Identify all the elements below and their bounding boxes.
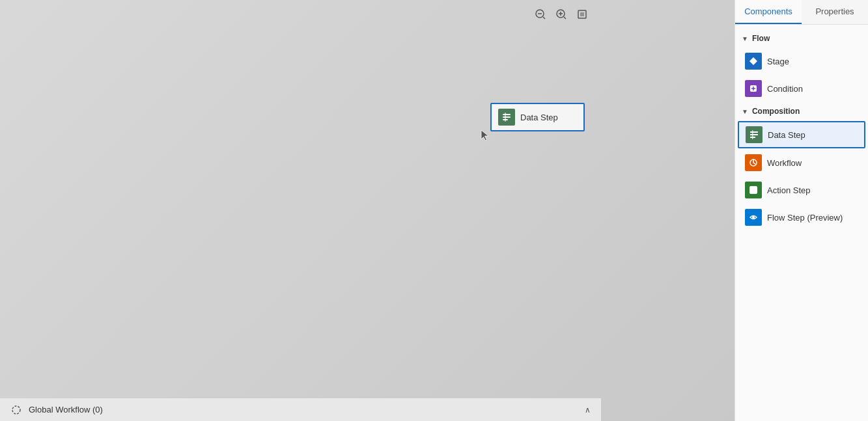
flow-step-label: Flow Step (Preview)	[767, 213, 843, 223]
sidebar-content: ▼ Flow Stage	[735, 25, 868, 421]
flow-section-arrow: ▼	[742, 35, 748, 42]
component-item-condition[interactable]: Condition	[738, 75, 865, 102]
condition-icon	[745, 80, 762, 97]
canvas-area[interactable]: Data Step Global Workflow (0) ∧	[0, 0, 735, 421]
stage-icon	[745, 53, 762, 70]
zoom-in-button[interactable]	[552, 5, 570, 23]
svg-point-13	[12, 406, 20, 414]
sidebar: Components Properties ▼ Flow Stage	[735, 0, 868, 421]
stage-label: Stage	[767, 57, 789, 66]
component-item-stage[interactable]: Stage	[738, 48, 865, 74]
svg-rect-8	[580, 12, 584, 16]
svg-line-2	[543, 17, 545, 19]
component-item-flow-step[interactable]: Flow Step (Preview)	[738, 204, 865, 230]
workflow-label: Workflow	[767, 158, 802, 168]
condition-label: Condition	[767, 84, 803, 94]
svg-line-6	[564, 17, 566, 19]
svg-rect-10	[503, 116, 511, 118]
flow-step-icon	[745, 209, 762, 226]
canvas-node-label: Data Step	[520, 113, 558, 122]
flow-section-label: Flow	[752, 34, 770, 43]
svg-point-23	[752, 216, 755, 219]
app-container: Data Step Global Workflow (0) ∧ Componen…	[0, 0, 868, 421]
component-item-data-step[interactable]: Data Step	[738, 121, 865, 148]
component-item-workflow[interactable]: Workflow	[738, 150, 865, 176]
section-header-flow: ▼ Flow	[735, 30, 868, 47]
zoom-out-button[interactable]	[531, 5, 550, 23]
bottom-bar-label: Global Workflow (0)	[29, 405, 578, 414]
canvas-node-icon	[498, 109, 515, 126]
composition-section-arrow: ▼	[742, 108, 748, 115]
composition-section-label: Composition	[752, 107, 800, 116]
component-item-action-step[interactable]: Action Step	[738, 177, 865, 203]
section-header-composition: ▼ Composition	[735, 103, 868, 120]
cursor	[480, 129, 490, 142]
svg-rect-9	[503, 114, 511, 115]
bottom-bar: Global Workflow (0) ∧	[0, 398, 601, 421]
data-step-label: Data Step	[768, 130, 805, 140]
svg-rect-12	[505, 113, 506, 122]
action-step-icon	[745, 182, 762, 198]
fit-view-button[interactable]	[573, 5, 591, 23]
workflow-comp-icon	[745, 154, 762, 171]
sidebar-tabs: Components Properties	[735, 0, 868, 25]
bottom-bar-chevron[interactable]: ∧	[585, 405, 591, 414]
action-step-label: Action Step	[767, 185, 811, 195]
tab-properties[interactable]: Properties	[802, 0, 868, 24]
canvas-data-step-node[interactable]: Data Step	[490, 103, 585, 131]
svg-rect-18	[750, 134, 758, 135]
svg-rect-17	[750, 131, 758, 133]
workflow-icon	[10, 404, 22, 416]
tab-components[interactable]: Components	[735, 0, 802, 24]
svg-rect-20	[752, 130, 753, 139]
canvas-toolbar	[531, 5, 591, 23]
data-step-icon	[746, 126, 763, 143]
